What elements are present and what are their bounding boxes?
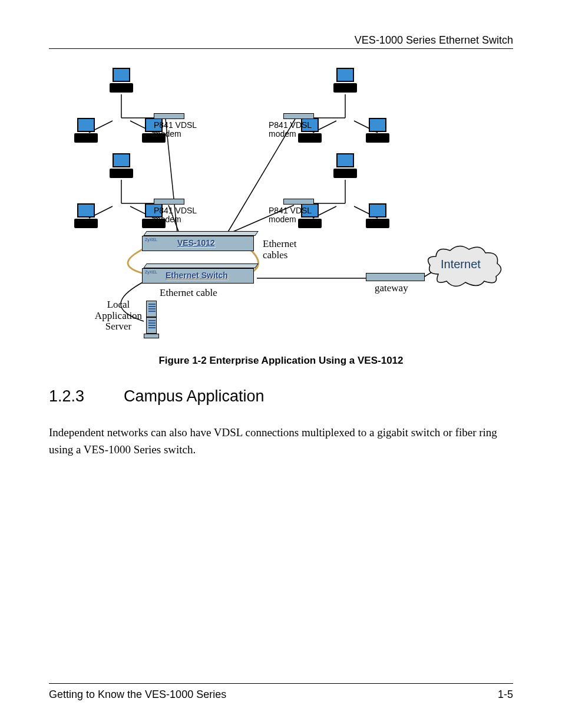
- gateway-label: gateway: [375, 283, 408, 294]
- page: VES-1000 Series Ethernet Switch: [0, 0, 562, 728]
- footer-page-number: 1-5: [498, 689, 513, 701]
- modem-icon: [283, 113, 314, 119]
- figure-diagram: P841 VDSL modem P841 VDSL modem P841 VDS…: [74, 65, 510, 344]
- eth-cable-label: Ethernet cable: [160, 288, 217, 299]
- ves-switch-label: VES-1012: [177, 238, 215, 248]
- footer-rule: [49, 683, 513, 684]
- brand-label: ZyXEL: [145, 238, 157, 242]
- modem-label-tl: P841 VDSL modem: [154, 121, 197, 139]
- eth-switch-label: Ethernet Switch: [166, 271, 228, 280]
- brand-label: ZyXEL: [145, 270, 157, 274]
- modem-label-bl: P841 VDSL modem: [154, 206, 197, 225]
- body-paragraph: Independent networks can also have VDSL …: [49, 424, 513, 458]
- header-product: VES-1000 Series Ethernet Switch: [355, 34, 513, 47]
- modem-icon: [154, 113, 184, 119]
- server-icon: [146, 317, 157, 334]
- section-title: Campus Application: [124, 387, 265, 406]
- modem-icon: [283, 199, 314, 205]
- local-server-label: Local Application Server: [92, 299, 145, 332]
- server-icon: [146, 301, 157, 317]
- section-number: 1.2.3: [49, 387, 84, 406]
- server-base-icon: [144, 334, 159, 338]
- eth-switch-top: [143, 263, 259, 268]
- modem-label-tr: P841 VDSL modem: [269, 121, 312, 139]
- eth-cables-label: Ethernet cables: [263, 239, 297, 261]
- figure-caption: Figure 1-2 Enterprise Application Using …: [0, 355, 562, 367]
- ves-switch-top: [143, 231, 259, 236]
- modem-icon: [154, 199, 184, 205]
- gateway-icon: [366, 273, 425, 281]
- internet-label: Internet: [441, 258, 481, 271]
- header-rule: [49, 48, 513, 49]
- modem-label-br: P841 VDSL modem: [269, 206, 312, 225]
- footer-chapter: Getting to Know the VES-1000 Series: [49, 689, 226, 701]
